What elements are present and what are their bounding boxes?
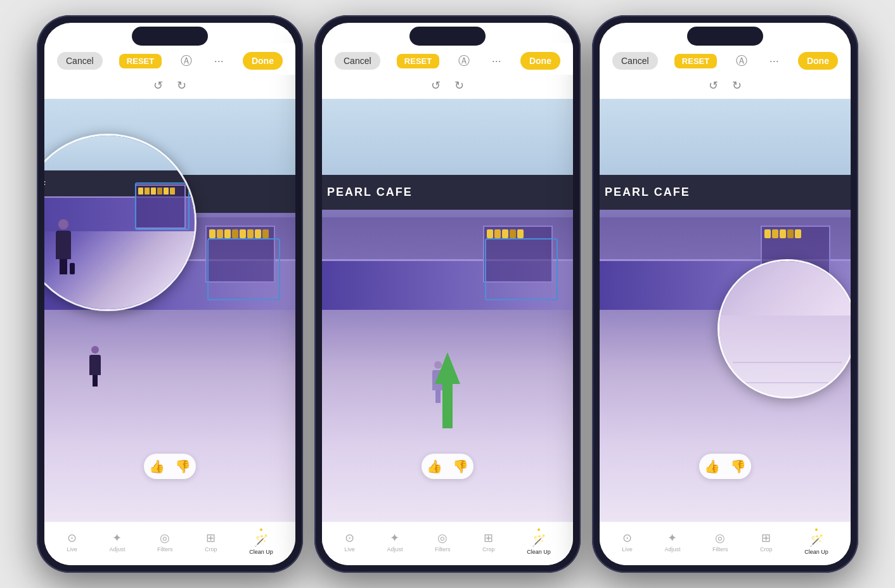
magnified-circle-1: CAF — [44, 134, 196, 311]
crop-icon-1: ⊞ — [206, 531, 216, 545]
adjust-icon-2: ✦ — [390, 531, 399, 545]
thumbs-up-1[interactable]: 👍 — [149, 459, 165, 474]
crop-icon-3: ⊞ — [761, 531, 771, 545]
phone-notch-2 — [409, 27, 486, 46]
phone-notch-1 — [132, 27, 208, 46]
done-button-1[interactable]: Done — [243, 52, 283, 70]
filters-icon-1: ◎ — [160, 531, 170, 545]
more-icon-2[interactable]: ··· — [489, 53, 504, 69]
nav-filters-1[interactable]: ◎ Filters — [157, 531, 173, 553]
feedback-buttons-2: 👍 👎 — [422, 454, 473, 479]
thumbs-down-3[interactable]: 👎 — [730, 459, 746, 474]
nav-adjust-1[interactable]: ✦ Adjust — [109, 531, 125, 553]
auto-enhance-icon-1[interactable]: Ⓐ — [178, 52, 195, 70]
filters-label-2: Filters — [435, 546, 451, 553]
live-label-1: Live — [67, 546, 77, 553]
cancel-button-3[interactable]: Cancel — [612, 52, 658, 70]
clean-circle-3 — [718, 259, 851, 399]
more-icon-1[interactable]: ··· — [212, 53, 226, 69]
auto-enhance-icon-3[interactable]: Ⓐ — [733, 52, 750, 70]
person-figure-1 — [89, 346, 101, 387]
top-bar-3: Cancel RESET Ⓐ ··· Done — [600, 43, 851, 75]
cleanup-icon-2: 🪄 — [532, 534, 546, 547]
more-icon-3[interactable]: ··· — [767, 53, 782, 69]
thumbs-up-3[interactable]: 👍 — [704, 459, 720, 474]
person-zoomed — [56, 219, 71, 274]
live-icon-2: ⊙ — [345, 531, 354, 545]
thumbs-up-2[interactable]: 👍 — [427, 459, 442, 474]
nav-cleanup-2[interactable]: 🪄 Clean Up — [527, 528, 551, 555]
cleanup-label-1: Clean Up — [249, 549, 273, 555]
image-area-1: PEARL CAF — [44, 99, 295, 521]
reset-button-1[interactable]: RESET — [119, 54, 162, 68]
adjust-label-2: Adjust — [387, 546, 402, 553]
top-bar-1: Cancel RESET Ⓐ ··· Done — [44, 43, 295, 75]
feedback-buttons-3: 👍 👎 — [699, 454, 751, 479]
selection-box-2 — [485, 238, 558, 300]
nav-adjust-3[interactable]: ✦ Adjust — [664, 531, 680, 553]
adjust-label-3: Adjust — [664, 546, 680, 553]
redo-icon-1[interactable]: ↻ — [174, 77, 189, 94]
undo-icon-2[interactable]: ↺ — [428, 77, 443, 94]
cleanup-label-3: Clean Up — [804, 549, 828, 555]
live-icon-3: ⊙ — [622, 531, 632, 545]
reset-button-2[interactable]: RESET — [397, 54, 439, 68]
selection-box-zoomed — [135, 182, 190, 230]
filters-label-1: Filters — [157, 546, 173, 553]
live-icon-1: ⊙ — [67, 531, 77, 545]
crop-icon-2: ⊞ — [484, 531, 493, 545]
bottom-nav-1: ⊙ Live ✦ Adjust ◎ Filters ⊞ Crop 🪄 — [44, 521, 295, 565]
done-button-3[interactable]: Done — [798, 52, 838, 70]
nav-live-3[interactable]: ⊙ Live — [622, 531, 633, 553]
reset-button-3[interactable]: RESET — [674, 54, 717, 68]
nav-live-2[interactable]: ⊙ Live — [344, 531, 355, 553]
redo-icon-3[interactable]: ↻ — [730, 77, 744, 94]
image-area-3: PEARL CAFE — [600, 99, 851, 521]
nav-cleanup-1[interactable]: 🪄 Clean Up — [249, 528, 273, 555]
cleanup-icon-3: 🪄 — [809, 534, 823, 547]
crop-label-2: Crop — [482, 546, 495, 553]
nav-crop-1[interactable]: ⊞ Crop — [205, 531, 217, 553]
crop-label-1: Crop — [205, 546, 217, 553]
cancel-button-1[interactable]: Cancel — [57, 52, 103, 70]
top-bar-2: Cancel RESET Ⓐ ··· Done — [322, 43, 573, 75]
adjust-icon-1: ✦ — [112, 531, 122, 545]
active-dot-2 — [538, 528, 540, 531]
nav-filters-2[interactable]: ◎ Filters — [435, 531, 451, 553]
toolbar-row-2: ↺ ↻ — [322, 75, 573, 99]
bottom-nav-2: ⊙ Live ✦ Adjust ◎ Filters ⊞ Crop 🪄 — [322, 521, 573, 565]
toolbar-row-1: ↺ ↻ — [44, 75, 295, 99]
selection-box-1 — [207, 238, 280, 300]
nav-crop-2[interactable]: ⊞ Crop — [482, 531, 495, 553]
adjust-label-1: Adjust — [109, 546, 125, 553]
phone-notch-3 — [687, 27, 763, 46]
nav-adjust-2[interactable]: ✦ Adjust — [387, 531, 402, 553]
thumbs-down-1[interactable]: 👎 — [175, 459, 191, 474]
cancel-button-2[interactable]: Cancel — [335, 52, 380, 70]
adjust-icon-3: ✦ — [667, 531, 677, 545]
cleanup-icon-1: 🪄 — [254, 534, 268, 547]
auto-enhance-icon-2[interactable]: Ⓐ — [456, 52, 472, 70]
filters-label-3: Filters — [712, 546, 728, 553]
phone-2: Cancel RESET Ⓐ ··· Done ↺ ↻ PEARL CAFE — [314, 15, 581, 573]
nav-live-1[interactable]: ⊙ Live — [67, 531, 77, 553]
green-arrow-2 — [435, 352, 460, 428]
phone-screen-2: Cancel RESET Ⓐ ··· Done ↺ ↻ PEARL CAFE — [322, 23, 573, 565]
phone-3: Cancel RESET Ⓐ ··· Done ↺ ↻ PEARL CAFE — [592, 15, 858, 573]
cleanup-label-2: Clean Up — [527, 549, 551, 555]
active-dot-1 — [260, 528, 262, 531]
undo-icon-3[interactable]: ↺ — [706, 77, 721, 94]
undo-icon-1[interactable]: ↺ — [151, 77, 165, 94]
phone-1: Cancel RESET Ⓐ ··· Done ↺ ↻ PEARL CAF — [37, 15, 303, 573]
live-label-2: Live — [344, 546, 355, 553]
active-dot-3 — [815, 528, 818, 531]
thumbs-down-2[interactable]: 👎 — [453, 459, 468, 474]
redo-icon-2[interactable]: ↻ — [452, 77, 467, 94]
nav-cleanup-3[interactable]: 🪄 Clean Up — [804, 528, 828, 555]
done-button-2[interactable]: Done — [520, 52, 560, 70]
crop-label-3: Crop — [760, 546, 773, 553]
nav-crop-3[interactable]: ⊞ Crop — [760, 531, 773, 553]
feedback-buttons-1: 👍 👎 — [144, 454, 196, 479]
toolbar-row-3: ↺ ↻ — [600, 75, 851, 99]
nav-filters-3[interactable]: ◎ Filters — [712, 531, 728, 553]
